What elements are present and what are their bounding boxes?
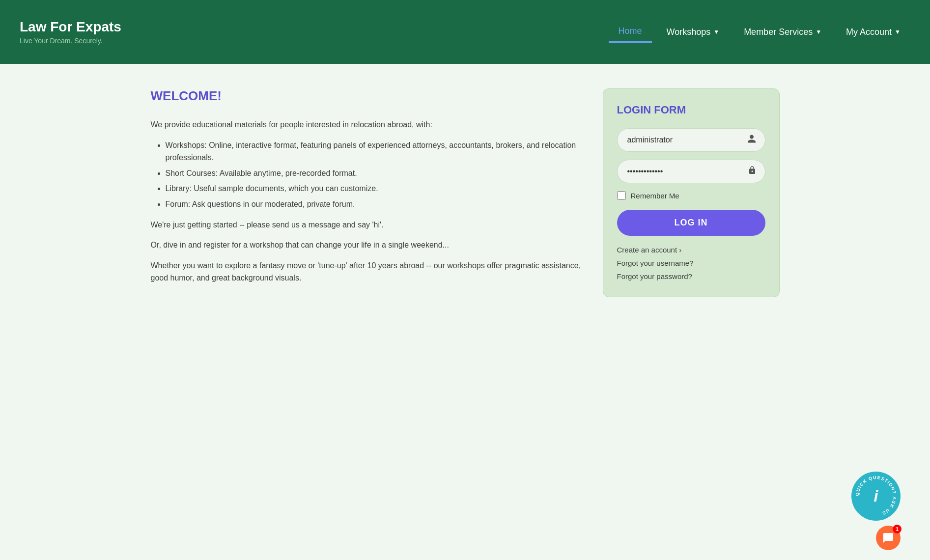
lock-icon — [748, 166, 757, 178]
para4: Whether you want to explore a fantasy mo… — [151, 259, 583, 284]
welcome-title: WELCOME! — [151, 88, 583, 104]
login-form-title: LOGIN FORM — [617, 104, 765, 116]
chat-icon — [882, 532, 894, 544]
nav-item-home[interactable]: Home — [609, 21, 652, 43]
left-panel: WELCOME! We provide educational material… — [151, 84, 583, 297]
chat-badge: 1 — [893, 525, 902, 533]
login-button[interactable]: LOG IN — [617, 210, 765, 236]
login-links: Create an account › Forgot your username… — [617, 246, 765, 280]
list-item: Library: Useful sample documents, which … — [166, 182, 583, 195]
chevron-down-icon: ▼ — [895, 28, 901, 35]
username-input[interactable] — [617, 128, 765, 152]
nav-item-workshops[interactable]: Workshops ▼ — [657, 22, 730, 42]
main-content: WELCOME! We provide educational material… — [121, 64, 809, 317]
create-account-link[interactable]: Create an account › — [617, 246, 765, 254]
password-group — [617, 160, 765, 183]
username-group — [617, 128, 765, 152]
list-item: Forum: Ask questions in our moderated, p… — [166, 198, 583, 211]
list-item: Workshops: Online, interactive format, f… — [166, 139, 583, 164]
chevron-down-icon: ▼ — [713, 28, 719, 35]
forgot-password-link[interactable]: Forgot your password? — [617, 272, 765, 280]
chat-bubble-button[interactable]: 1 — [876, 526, 901, 550]
forgot-username-link[interactable]: Forgot your username? — [617, 259, 765, 267]
remember-me-checkbox[interactable] — [617, 191, 626, 200]
chevron-down-icon: ▼ — [816, 28, 821, 35]
remember-me-label[interactable]: Remember Me — [631, 192, 679, 200]
svg-text:QUICK QUESTION? ASK US: QUICK QUESTION? ASK US — [855, 475, 897, 516]
login-panel: LOGIN FORM Remember Me LOG IN Create — [603, 88, 780, 297]
user-icon — [747, 134, 757, 146]
password-input[interactable] — [617, 160, 765, 183]
quick-question-button[interactable]: QUICK QUESTION? ASK US i — [851, 472, 901, 521]
logo-title[interactable]: Law For Expats — [20, 19, 121, 35]
para2: We're just getting started -- please sen… — [151, 219, 583, 231]
nav-item-member-services[interactable]: Member Services ▼ — [734, 22, 831, 42]
logo-subtitle: Live Your Dream. Securely. — [20, 37, 121, 45]
intro-text: We provide educational materials for peo… — [151, 118, 583, 131]
logo-area: Law For Expats Live Your Dream. Securely… — [20, 19, 121, 45]
header: Law For Expats Live Your Dream. Securely… — [0, 0, 930, 64]
nav-item-my-account[interactable]: My Account ▼ — [836, 22, 910, 42]
list-item: Short Courses: Available anytime, pre-re… — [166, 167, 583, 180]
remember-me-group: Remember Me — [617, 191, 765, 200]
main-nav: Home Workshops ▼ Member Services ▼ My Ac… — [609, 21, 910, 43]
feature-list: Workshops: Online, interactive format, f… — [151, 139, 583, 211]
para3: Or, dive in and register for a workshop … — [151, 239, 583, 252]
